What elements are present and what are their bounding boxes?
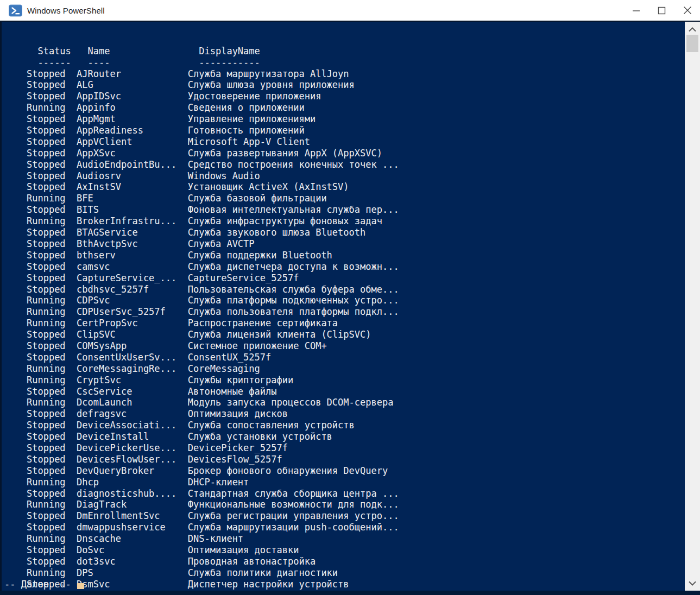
row-displayname: Оптимизация дисков [188, 408, 288, 420]
row-name: AppXSvc [77, 148, 188, 159]
title-bar[interactable]: Windows PowerShell [0, 0, 700, 22]
table-header: StatusNameDisplayName [4, 34, 685, 46]
row-displayname: ConsentUX_5257f [188, 352, 272, 363]
row-displayname: Системное приложение COM+ [188, 340, 327, 352]
row-status: Stopped [27, 556, 77, 567]
row-name: DevicePickerUse... [77, 442, 188, 454]
row-name: ConsentUxUserSv... [77, 352, 188, 363]
row-displayname: Windows Audio [188, 170, 260, 182]
row-status: Running [27, 363, 77, 375]
minimize-button[interactable] [623, 0, 649, 21]
row-status: Stopped [27, 273, 77, 284]
row-name: DeviceAssociati... [77, 420, 188, 431]
row-status: Stopped [27, 454, 77, 465]
row-status: Stopped [27, 250, 77, 261]
row-name: DeviceInstall [77, 431, 188, 442]
row-status: Stopped [27, 181, 77, 193]
maximize-button[interactable] [649, 0, 674, 21]
header-name: Name [88, 46, 199, 57]
row-status: Stopped [27, 386, 77, 397]
row-status: Stopped [27, 522, 77, 533]
row-name: BrokerInfrastru... [77, 216, 188, 227]
row-status: Stopped [27, 148, 77, 159]
row-name: AudioEndpointBu... [77, 159, 188, 170]
row-name: BFE [77, 193, 188, 204]
row-displayname: Служба лицензий клиента (ClipSVC) [188, 329, 371, 340]
row-status: Stopped [27, 79, 77, 91]
row-displayname: Служба AVCTP [188, 238, 255, 250]
row-displayname: DevicePicker_5257f [188, 442, 288, 454]
row-status: Stopped [27, 136, 77, 148]
row-status: Stopped [27, 488, 77, 499]
row-name: DcomLaunch [77, 397, 188, 408]
row-status: Running [27, 318, 77, 329]
row-status: Stopped [27, 545, 77, 556]
row-name: DoSvc [77, 545, 188, 556]
window-title: Windows PowerShell [27, 6, 105, 15]
row-status: Stopped [27, 510, 77, 522]
row-status: Stopped [27, 113, 77, 125]
row-status: Running [27, 533, 77, 545]
scroll-up-button[interactable] [685, 24, 700, 35]
header-status: Status [37, 46, 87, 57]
row-name: cbdhsvc_5257f [77, 284, 188, 295]
row-status: Stopped [27, 329, 77, 340]
row-displayname: DNS-клиент [188, 533, 243, 545]
powershell-window: Windows PowerShell StatusNameDisplayName… [0, 0, 700, 595]
row-displayname: Служба поддержки Bluetooth [188, 250, 332, 261]
row-status: Stopped [27, 284, 77, 295]
row-status: Stopped [27, 420, 77, 431]
row-name: dot3svc [77, 556, 188, 567]
row-displayname: Средство построения конечных точек ... [188, 159, 399, 170]
row-name: camsvc [77, 261, 188, 273]
row-status: Running [27, 216, 77, 227]
blank-line [4, 23, 685, 34]
row-name: COMSysApp [77, 340, 188, 352]
row-status: Stopped [27, 442, 77, 454]
row-displayname: Служба пользователя платформы подкл... [188, 306, 399, 318]
row-name: DsmSvc [77, 579, 188, 590]
row-displayname: Служба шлюза уровня приложения [188, 79, 355, 91]
row-displayname: Служба платформы подключенных устро... [188, 295, 399, 306]
row-status: Running [27, 306, 77, 318]
row-displayname: CaptureService_5257f [188, 273, 299, 284]
row-name: BthAvctpSvc [77, 238, 188, 250]
row-status: Running [27, 567, 77, 579]
row-displayname: Модуль запуска процессов DCOM-сервера [188, 397, 394, 408]
row-displayname: Служба установки устройств [188, 431, 332, 442]
row-status: Running [27, 499, 77, 510]
row-displayname: Автономные файлы [188, 386, 277, 397]
row-displayname: Служба базовой фильтрации [188, 193, 327, 204]
row-displayname: Служба маршрутизатора AllJoyn [188, 68, 349, 80]
row-name: CDPUserSvc_5257f [77, 306, 188, 318]
row-name: Dnscache [77, 533, 188, 545]
row-name: bthserv [77, 250, 188, 261]
close-button[interactable] [674, 0, 700, 21]
row-status: Stopped [27, 465, 77, 477]
row-name: AJRouter [77, 68, 188, 80]
row-name: BITS [77, 204, 188, 216]
row-status: Stopped [27, 68, 77, 80]
row-name: DevQueryBroker [77, 465, 188, 477]
scroll-down-button[interactable] [685, 578, 700, 588]
row-displayname: Управление приложениями [188, 113, 316, 125]
row-displayname: Готовность приложений [188, 125, 305, 136]
row-displayname: Служба развертывания AppX (AppXSVC) [188, 148, 382, 159]
vertical-scrollbar[interactable] [685, 22, 700, 591]
row-displayname: Служба политики диагностики [188, 567, 338, 579]
row-displayname: Фоновая интеллектуальная служба пер... [188, 204, 399, 216]
row-name: AppMgmt [77, 113, 188, 125]
console-output[interactable]: StatusNameDisplayName ------------------… [0, 22, 685, 591]
row-displayname: Диспетчер настройки устройств [188, 579, 349, 590]
row-name: diagnosticshub.... [77, 488, 188, 499]
row-status: Stopped [27, 352, 77, 363]
row-displayname: Сведения о приложении [188, 102, 305, 113]
row-status: Stopped [27, 261, 77, 273]
row-status: Stopped [27, 91, 77, 102]
scrollbar-thumb[interactable] [686, 35, 698, 52]
row-displayname: Установщик ActiveX (AxInstSV) [188, 181, 349, 193]
row-displayname: Пользовательская служба буфера обме... [188, 284, 399, 295]
row-displayname: Функциональные возможности для подк... [188, 499, 399, 510]
row-name: Dhcp [77, 477, 188, 488]
row-displayname: CoreMessaging [188, 363, 260, 375]
